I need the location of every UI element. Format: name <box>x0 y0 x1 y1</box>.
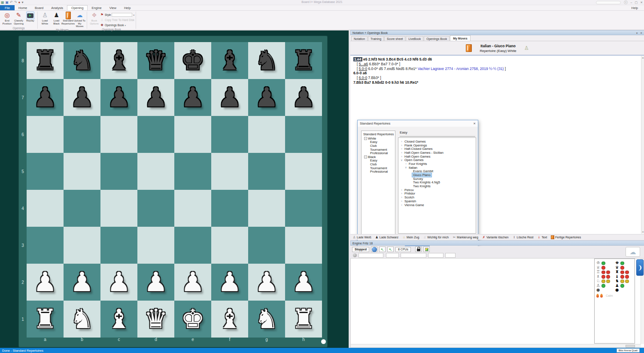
move-segment[interactable]: 6.0-0 <box>359 76 367 80</box>
square-b3[interactable] <box>64 227 100 264</box>
square-g3[interactable] <box>248 227 285 264</box>
square-e4[interactable] <box>174 190 211 227</box>
load-white-button[interactable]: ♙Load White <box>39 11 51 25</box>
black-pawn-piece[interactable]: ♟ <box>64 79 100 116</box>
square-g2[interactable]: ♟ <box>248 264 285 301</box>
square-f2[interactable]: ♟ <box>211 264 248 301</box>
square-f1[interactable]: ♝ <box>211 301 248 338</box>
expander-collapsed-icon[interactable]: › <box>400 144 404 147</box>
black-king-piece[interactable]: ♚ <box>174 42 211 79</box>
square-b1[interactable]: ♞ <box>64 301 100 338</box>
move-segment[interactable]: 5.0-0 <box>359 67 367 71</box>
white-pawn-piece[interactable]: ♟ <box>211 264 248 301</box>
tree-item-survey[interactable]: Survey <box>398 177 476 181</box>
menu-help[interactable]: Help <box>120 5 134 10</box>
collapse-box-icon[interactable]: − <box>364 155 367 158</box>
expander-expanded-icon[interactable]: ∨ <box>400 158 404 162</box>
square-f5[interactable] <box>211 153 248 190</box>
menu-analysis[interactable]: Analysis <box>47 5 67 10</box>
white-bishop-piece[interactable]: ♝ <box>211 301 248 338</box>
left-tree-white-club[interactable]: Club <box>361 144 395 148</box>
panel-minimize-icon[interactable]: ▾ <box>636 31 638 34</box>
tree-item-two-knights-4-ng5[interactable]: Two Knights 4.Ng5 <box>398 181 476 185</box>
green-arrow-button[interactable]: ↖ <box>387 246 394 252</box>
move-segment[interactable]: 1.e4 <box>353 57 362 61</box>
black-pawn-piece[interactable]: ♟ <box>137 79 174 116</box>
menu-home[interactable]: Home <box>15 5 31 10</box>
left-tree-white-tournament[interactable]: Tournament <box>361 148 395 152</box>
white-pawn-piece[interactable]: ♟ <box>27 264 64 301</box>
left-tree-black-professional[interactable]: Professional <box>361 170 395 173</box>
square-b6[interactable] <box>64 116 100 153</box>
square-h4[interactable] <box>285 190 322 227</box>
square-d3[interactable] <box>137 227 174 264</box>
white-bishop-piece[interactable]: ♝ <box>100 301 137 338</box>
status-badge[interactable]: Blitz Arena Quali <box>617 348 640 353</box>
square-e8[interactable]: ♚ <box>174 42 211 79</box>
menu-board[interactable]: Board <box>31 5 47 10</box>
tree-item-closed-games[interactable]: ›Closed Games <box>398 140 476 143</box>
square-h2[interactable]: ♟ <box>285 264 322 301</box>
square-a5[interactable] <box>27 153 64 190</box>
square-h6[interactable] <box>285 116 322 153</box>
black-pawn-piece[interactable]: ♟ <box>27 79 64 116</box>
minimize-button[interactable]: – <box>631 1 632 4</box>
square-e7[interactable]: ♟ <box>174 79 211 116</box>
chevron-down-icon[interactable]: ▾ <box>125 24 126 27</box>
green-circle[interactable] <box>601 284 605 288</box>
white-pawn-piece[interactable]: ♟ <box>100 264 137 301</box>
square-c8[interactable]: ♝ <box>100 42 137 79</box>
chevron-down-icon[interactable]: ▾ <box>133 14 134 16</box>
command-mein-zug[interactable]: ☆Mein Zug <box>402 235 419 239</box>
square-a3[interactable] <box>27 227 64 264</box>
square-h3[interactable] <box>285 227 322 264</box>
expander-collapsed-icon[interactable]: › <box>400 192 404 195</box>
square-b7[interactable]: ♟ <box>64 79 100 116</box>
square-e1[interactable]: ♚ <box>174 301 211 338</box>
square-d4[interactable] <box>137 190 174 227</box>
search-input[interactable] <box>596 1 621 4</box>
square-c5[interactable] <box>100 153 137 190</box>
tab-score-sheet[interactable]: Score sheet <box>384 36 405 41</box>
expander-collapsed-icon[interactable]: › <box>400 204 404 207</box>
green-arrow-button[interactable]: ↖ <box>379 246 386 252</box>
load-black-button[interactable]: ♟Load Black <box>51 11 62 25</box>
expander-collapsed-icon[interactable]: › <box>400 200 404 203</box>
square-f6[interactable] <box>211 116 248 153</box>
square-c4[interactable] <box>100 190 137 227</box>
copy-tree-to-hard-disk-button[interactable]: ♙Copy Tree To Hard Disk <box>100 18 134 22</box>
tree-item-half-open-games-sicilian[interactable]: ›Half-Open Games - Sicilian <box>398 151 476 155</box>
square-a4[interactable] <box>27 190 64 227</box>
move-segment[interactable]: 6.0-0 a6 <box>353 71 367 75</box>
tree-item-four-knights[interactable]: ›Four Knights <box>398 162 476 166</box>
square-g1[interactable]: ♞ <box>248 301 285 338</box>
left-tree-white[interactable]: −White <box>361 137 395 140</box>
square-g6[interactable] <box>248 116 285 153</box>
tab-training[interactable]: Training <box>368 36 384 41</box>
tab-notation[interactable]: Notation <box>351 36 368 41</box>
black-pawn-piece[interactable]: ♟ <box>100 79 137 116</box>
tree-item-half-open-games[interactable]: ›Half-Open Games <box>398 155 476 158</box>
square-b5[interactable] <box>64 153 100 190</box>
square-c6[interactable] <box>100 116 137 153</box>
expander-collapsed-icon[interactable]: › <box>400 155 404 158</box>
expander-collapsed-icon[interactable]: › <box>400 196 404 199</box>
tree-item-philidor[interactable]: ›Philidor <box>398 192 476 196</box>
upload-to-my-moves-button[interactable]: ☁Upload To My Moves <box>74 11 85 28</box>
menu-file[interactable]: File <box>0 5 15 10</box>
engine-field-4[interactable] <box>428 253 444 258</box>
engine-field-5[interactable] <box>445 253 456 258</box>
command-fertige-repertoires[interactable]: Fertige Repertoires <box>551 235 581 239</box>
tree-item-two-knights[interactable]: Two Knights <box>398 184 476 188</box>
openings-book-button[interactable]: ❖Openings Book▾ <box>100 23 134 27</box>
square-a7[interactable]: ♟ <box>27 79 64 116</box>
scrollbar-thumb[interactable] <box>626 345 635 347</box>
black-rook-piece[interactable]: ♜ <box>285 42 322 79</box>
square-d5[interactable] <box>137 153 174 190</box>
black-pawn-piece[interactable]: ♟ <box>248 79 285 116</box>
tab-openings-book[interactable]: Openings Book <box>424 36 450 41</box>
left-tree-black-tournament[interactable]: Tournament <box>361 166 395 170</box>
square-c7[interactable]: ♟ <box>100 79 137 116</box>
book-options-button[interactable]: ❖Book Options <box>88 11 100 25</box>
square-a1[interactable]: ♜ <box>27 301 64 338</box>
